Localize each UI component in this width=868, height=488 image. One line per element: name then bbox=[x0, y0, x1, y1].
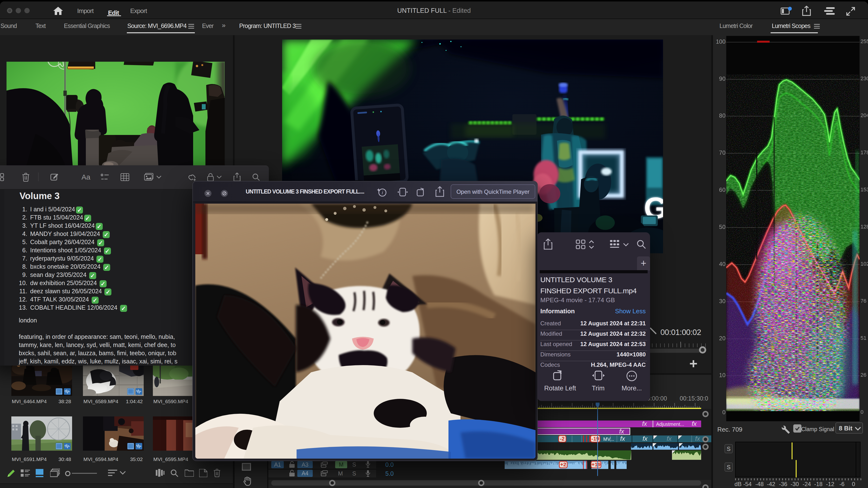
svg-text:i: i bbox=[382, 190, 383, 195]
